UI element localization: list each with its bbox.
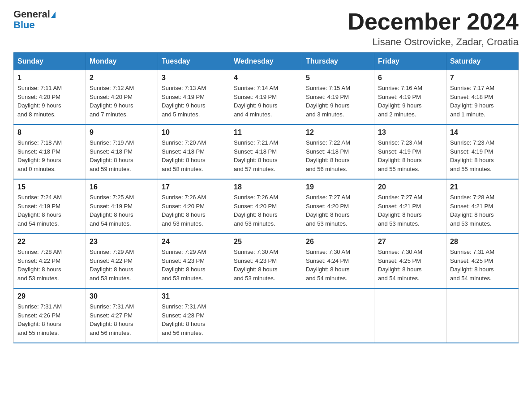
- day-number: 21: [450, 183, 515, 191]
- calendar-day-cell: 18Sunrise: 7:26 AMSunset: 4:20 PMDayligh…: [230, 179, 302, 234]
- calendar-day-cell: 16Sunrise: 7:25 AMSunset: 4:19 PMDayligh…: [86, 179, 158, 234]
- day-info: Sunrise: 7:28 AMSunset: 4:21 PMDaylight:…: [450, 193, 515, 228]
- calendar-day-cell: [446, 288, 519, 343]
- calendar-day-cell: 21Sunrise: 7:28 AMSunset: 4:21 PMDayligh…: [446, 179, 519, 234]
- calendar-header-thursday: Thursday: [302, 53, 374, 70]
- page-header: General Blue December 2024 Lisane Ostrov…: [13, 9, 519, 48]
- calendar-day-cell: 15Sunrise: 7:24 AMSunset: 4:19 PMDayligh…: [14, 179, 86, 234]
- calendar-day-cell: 19Sunrise: 7:27 AMSunset: 4:20 PMDayligh…: [302, 179, 374, 234]
- calendar-header-row: SundayMondayTuesdayWednesdayThursdayFrid…: [14, 53, 519, 70]
- day-number: 31: [162, 292, 226, 300]
- calendar-day-cell: 6Sunrise: 7:16 AMSunset: 4:19 PMDaylight…: [374, 70, 446, 125]
- calendar-day-cell: 13Sunrise: 7:23 AMSunset: 4:19 PMDayligh…: [374, 124, 446, 179]
- day-info: Sunrise: 7:19 AMSunset: 4:18 PMDaylight:…: [90, 138, 154, 173]
- calendar-day-cell: 1Sunrise: 7:11 AMSunset: 4:20 PMDaylight…: [14, 70, 86, 125]
- calendar-week-row: 1Sunrise: 7:11 AMSunset: 4:20 PMDaylight…: [14, 70, 519, 125]
- calendar-day-cell: 27Sunrise: 7:30 AMSunset: 4:25 PMDayligh…: [374, 234, 446, 288]
- day-number: 17: [162, 183, 226, 191]
- page-title: December 2024: [348, 9, 519, 34]
- day-info: Sunrise: 7:29 AMSunset: 4:22 PMDaylight:…: [90, 248, 154, 283]
- calendar-day-cell: [302, 288, 374, 343]
- day-info: Sunrise: 7:24 AMSunset: 4:19 PMDaylight:…: [17, 193, 82, 228]
- day-info: Sunrise: 7:22 AMSunset: 4:18 PMDaylight:…: [306, 138, 370, 173]
- calendar-header-wednesday: Wednesday: [230, 53, 302, 70]
- day-info: Sunrise: 7:28 AMSunset: 4:22 PMDaylight:…: [17, 248, 82, 283]
- day-info: Sunrise: 7:31 AMSunset: 4:28 PMDaylight:…: [162, 302, 226, 337]
- day-info: Sunrise: 7:31 AMSunset: 4:25 PMDaylight:…: [450, 248, 515, 283]
- calendar-day-cell: 7Sunrise: 7:17 AMSunset: 4:18 PMDaylight…: [446, 70, 519, 125]
- calendar-day-cell: 5Sunrise: 7:15 AMSunset: 4:19 PMDaylight…: [302, 70, 374, 125]
- day-number: 2: [90, 74, 154, 82]
- calendar-week-row: 22Sunrise: 7:28 AMSunset: 4:22 PMDayligh…: [14, 234, 519, 288]
- day-info: Sunrise: 7:21 AMSunset: 4:18 PMDaylight:…: [234, 138, 298, 173]
- day-info: Sunrise: 7:11 AMSunset: 4:20 PMDaylight:…: [17, 84, 82, 119]
- day-number: 29: [17, 292, 82, 300]
- day-info: Sunrise: 7:25 AMSunset: 4:19 PMDaylight:…: [90, 193, 154, 228]
- calendar-day-cell: 29Sunrise: 7:31 AMSunset: 4:26 PMDayligh…: [14, 288, 86, 343]
- calendar-header-tuesday: Tuesday: [158, 53, 230, 70]
- calendar-week-row: 29Sunrise: 7:31 AMSunset: 4:26 PMDayligh…: [14, 288, 519, 343]
- day-number: 1: [17, 74, 82, 82]
- day-info: Sunrise: 7:13 AMSunset: 4:19 PMDaylight:…: [162, 84, 226, 119]
- calendar-day-cell: 25Sunrise: 7:30 AMSunset: 4:23 PMDayligh…: [230, 234, 302, 288]
- day-number: 5: [306, 74, 370, 82]
- day-info: Sunrise: 7:27 AMSunset: 4:21 PMDaylight:…: [378, 193, 442, 228]
- day-number: 28: [450, 238, 515, 246]
- calendar-table: SundayMondayTuesdayWednesdayThursdayFrid…: [13, 52, 519, 343]
- calendar-day-cell: 28Sunrise: 7:31 AMSunset: 4:25 PMDayligh…: [446, 234, 519, 288]
- calendar-day-cell: 24Sunrise: 7:29 AMSunset: 4:23 PMDayligh…: [158, 234, 230, 288]
- calendar-day-cell: 17Sunrise: 7:26 AMSunset: 4:20 PMDayligh…: [158, 179, 230, 234]
- day-info: Sunrise: 7:30 AMSunset: 4:25 PMDaylight:…: [378, 248, 442, 283]
- day-info: Sunrise: 7:23 AMSunset: 4:19 PMDaylight:…: [450, 138, 515, 173]
- day-number: 3: [162, 74, 226, 82]
- calendar-header-saturday: Saturday: [446, 53, 519, 70]
- day-number: 23: [90, 238, 154, 246]
- calendar-day-cell: 26Sunrise: 7:30 AMSunset: 4:24 PMDayligh…: [302, 234, 374, 288]
- day-info: Sunrise: 7:31 AMSunset: 4:27 PMDaylight:…: [90, 302, 154, 337]
- day-number: 11: [234, 128, 298, 137]
- calendar-day-cell: 22Sunrise: 7:28 AMSunset: 4:22 PMDayligh…: [14, 234, 86, 288]
- calendar-day-cell: 4Sunrise: 7:14 AMSunset: 4:19 PMDaylight…: [230, 70, 302, 125]
- calendar-header-monday: Monday: [86, 53, 158, 70]
- day-info: Sunrise: 7:18 AMSunset: 4:18 PMDaylight:…: [17, 138, 82, 173]
- day-info: Sunrise: 7:17 AMSunset: 4:18 PMDaylight:…: [450, 84, 515, 119]
- day-number: 24: [162, 238, 226, 246]
- calendar-day-cell: 14Sunrise: 7:23 AMSunset: 4:19 PMDayligh…: [446, 124, 519, 179]
- calendar-day-cell: [230, 288, 302, 343]
- day-number: 30: [90, 292, 154, 300]
- day-number: 7: [450, 74, 515, 82]
- day-number: 15: [17, 183, 82, 191]
- day-number: 20: [378, 183, 442, 191]
- logo-blue: Blue: [13, 20, 56, 30]
- calendar-day-cell: 31Sunrise: 7:31 AMSunset: 4:28 PMDayligh…: [158, 288, 230, 343]
- title-block: December 2024 Lisane Ostrovicke, Zadar, …: [348, 9, 519, 48]
- day-number: 19: [306, 183, 370, 191]
- day-number: 6: [378, 74, 442, 82]
- logo-general: General: [13, 9, 50, 20]
- day-number: 16: [90, 183, 154, 191]
- day-info: Sunrise: 7:29 AMSunset: 4:23 PMDaylight:…: [162, 248, 226, 283]
- calendar-day-cell: 9Sunrise: 7:19 AMSunset: 4:18 PMDaylight…: [86, 124, 158, 179]
- day-info: Sunrise: 7:30 AMSunset: 4:24 PMDaylight:…: [306, 248, 370, 283]
- calendar-day-cell: 30Sunrise: 7:31 AMSunset: 4:27 PMDayligh…: [86, 288, 158, 343]
- day-number: 13: [378, 128, 442, 137]
- calendar-day-cell: 12Sunrise: 7:22 AMSunset: 4:18 PMDayligh…: [302, 124, 374, 179]
- day-info: Sunrise: 7:26 AMSunset: 4:20 PMDaylight:…: [162, 193, 226, 228]
- day-info: Sunrise: 7:16 AMSunset: 4:19 PMDaylight:…: [378, 84, 442, 119]
- day-info: Sunrise: 7:23 AMSunset: 4:19 PMDaylight:…: [378, 138, 442, 173]
- day-number: 25: [234, 238, 298, 246]
- calendar-day-cell: [374, 288, 446, 343]
- calendar-day-cell: 3Sunrise: 7:13 AMSunset: 4:19 PMDaylight…: [158, 70, 230, 125]
- calendar-day-cell: 2Sunrise: 7:12 AMSunset: 4:20 PMDaylight…: [86, 70, 158, 125]
- calendar-day-cell: 11Sunrise: 7:21 AMSunset: 4:18 PMDayligh…: [230, 124, 302, 179]
- day-info: Sunrise: 7:31 AMSunset: 4:26 PMDaylight:…: [17, 302, 82, 337]
- day-info: Sunrise: 7:15 AMSunset: 4:19 PMDaylight:…: [306, 84, 370, 119]
- day-number: 22: [17, 238, 82, 246]
- day-number: 12: [306, 128, 370, 137]
- day-number: 9: [90, 128, 154, 137]
- calendar-header-friday: Friday: [374, 53, 446, 70]
- calendar-day-cell: 8Sunrise: 7:18 AMSunset: 4:18 PMDaylight…: [14, 124, 86, 179]
- calendar-week-row: 15Sunrise: 7:24 AMSunset: 4:19 PMDayligh…: [14, 179, 519, 234]
- day-number: 18: [234, 183, 298, 191]
- calendar-day-cell: 20Sunrise: 7:27 AMSunset: 4:21 PMDayligh…: [374, 179, 446, 234]
